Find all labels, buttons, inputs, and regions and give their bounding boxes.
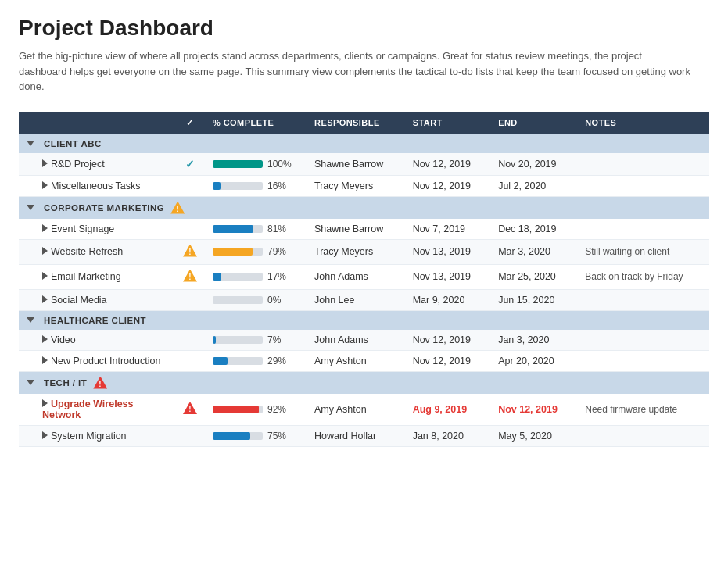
warning-red-icon [183, 402, 197, 414]
project-name-label: System Migration [51, 431, 127, 442]
progress-cell: 79% [205, 239, 307, 264]
table-row: R&D Project✓100%Shawne BarrowNov 12, 201… [19, 153, 709, 176]
percent-label: 81% [267, 223, 289, 234]
row-expand-icon [42, 295, 48, 303]
progress-fill [213, 160, 263, 168]
percent-label: 92% [267, 404, 289, 415]
col-header-end: END [490, 112, 577, 134]
col-header-check: ✓ [175, 112, 205, 134]
project-name-cell[interactable]: Website Refresh [19, 239, 175, 264]
responsible-cell: John Adams [307, 330, 405, 351]
project-name-cell[interactable]: R&D Project [19, 153, 175, 176]
responsible-cell: Tracy Meyers [307, 239, 405, 264]
group-label: HEALTHCARE CLIENT [44, 316, 146, 325]
project-name-cell[interactable]: Event Signage [19, 219, 175, 240]
status-cell [175, 219, 205, 240]
group-row[interactable]: CLIENT ABC [19, 134, 709, 153]
progress-cell: 7% [205, 330, 307, 351]
project-table: ✓ % COMPLETE RESPONSIBLE START END NOTES… [19, 112, 709, 447]
table-row: Social Media0%John LeeMar 9, 2020Jun 15,… [19, 289, 709, 310]
end-date-cell: Jan 3, 2020 [490, 330, 577, 351]
notes-cell: Back on track by Friday [577, 264, 709, 289]
group-row[interactable]: HEALTHCARE CLIENT [19, 310, 709, 330]
start-date-cell: Nov 12, 2019 [405, 175, 491, 196]
notes-cell [577, 289, 709, 310]
group-row[interactable]: CORPORATE MARKETING [19, 196, 709, 219]
project-name-label: Event Signage [51, 223, 114, 234]
start-date-cell: Aug 9, 2019 [405, 394, 491, 426]
project-name-cell[interactable]: New Product Introduction [19, 350, 175, 371]
notes-cell [577, 175, 709, 196]
start-date-cell: Nov 13, 2019 [405, 264, 491, 289]
row-expand-icon [42, 224, 48, 232]
project-name-label: Social Media [51, 295, 107, 306]
end-date-cell: Apr 20, 2020 [490, 350, 577, 371]
expand-icon [27, 380, 34, 385]
status-cell [175, 289, 205, 310]
status-cell [175, 330, 205, 351]
row-expand-icon [42, 247, 48, 255]
notes-cell: Need firmware update [577, 394, 709, 426]
project-name-cell[interactable]: Video [19, 330, 175, 351]
page-title: Project Dashboard [19, 16, 709, 41]
progress-fill [213, 248, 253, 256]
responsible-cell: Howard Hollar [307, 425, 405, 446]
project-name-cell[interactable]: Miscellaneous Tasks [19, 175, 175, 196]
percent-label: 100% [267, 159, 292, 170]
responsible-cell: John Lee [307, 289, 405, 310]
percent-label: 0% [267, 295, 289, 306]
progress-fill [213, 432, 250, 440]
progress-cell: 17% [205, 264, 307, 289]
end-date-cell: Dec 18, 2019 [490, 219, 577, 240]
row-expand-icon [42, 159, 48, 167]
project-name-cell[interactable]: Email Marketing [19, 264, 175, 289]
project-name-label: Miscellaneous Tasks [51, 181, 140, 191]
row-expand-icon [42, 272, 48, 280]
end-date-cell: May 5, 2020 [490, 425, 577, 446]
start-date-cell: Nov 13, 2019 [405, 239, 491, 264]
project-name-cell[interactable]: Social Media [19, 289, 175, 310]
start-date-cell: Nov 7, 2019 [405, 219, 491, 240]
project-name-label: Website Refresh [51, 246, 123, 257]
warning-icon [183, 245, 197, 257]
progress-fill [213, 357, 228, 365]
percent-label: 16% [267, 181, 289, 191]
progress-cell: 100% [205, 153, 307, 176]
start-date-cell: Jan 8, 2020 [405, 425, 491, 446]
percent-label: 29% [267, 356, 289, 366]
project-name-label: Email Marketing [51, 271, 121, 282]
page-subtitle: Get the big-picture view of where all pr… [19, 48, 691, 95]
responsible-cell: Tracy Meyers [307, 175, 405, 196]
percent-label: 79% [267, 246, 289, 257]
status-cell [175, 264, 205, 289]
percent-label: 7% [267, 334, 289, 345]
checkmark-icon: ✓ [185, 158, 195, 170]
notes-cell: Still waiting on client [577, 239, 709, 264]
status-cell [175, 425, 205, 446]
responsible-cell: Shawne Barrow [307, 219, 405, 240]
row-expand-icon [42, 356, 48, 364]
table-row: Event Signage81%Shawne BarrowNov 7, 2019… [19, 219, 709, 240]
progress-cell: 0% [205, 289, 307, 310]
status-cell [175, 350, 205, 371]
table-row: Video7%John AdamsNov 12, 2019Jan 3, 2020 [19, 330, 709, 351]
progress-fill [213, 182, 221, 190]
progress-fill [213, 406, 259, 413]
warning-icon [183, 270, 197, 282]
end-date-cell: Mar 3, 2020 [490, 239, 577, 264]
group-row[interactable]: TECH / IT [19, 371, 709, 394]
table-row: System Migration75%Howard HollarJan 8, 2… [19, 425, 709, 446]
percent-label: 17% [267, 271, 289, 282]
project-name-cell[interactable]: System Migration [19, 425, 175, 446]
notes-cell [577, 425, 709, 446]
notes-cell [577, 219, 709, 240]
end-date-cell: Nov 20, 2019 [490, 153, 577, 176]
project-name-label: Upgrade Wireless Network [42, 399, 133, 420]
project-name-cell[interactable]: Upgrade Wireless Network [19, 394, 175, 426]
expand-icon [27, 317, 34, 323]
col-header-complete: % COMPLETE [205, 112, 307, 134]
col-header-notes: NOTES [577, 112, 709, 134]
expand-icon [27, 205, 34, 210]
table-row: New Product Introduction29%Amy AshtonNov… [19, 350, 709, 371]
end-date-cell: Nov 12, 2019 [490, 394, 577, 426]
